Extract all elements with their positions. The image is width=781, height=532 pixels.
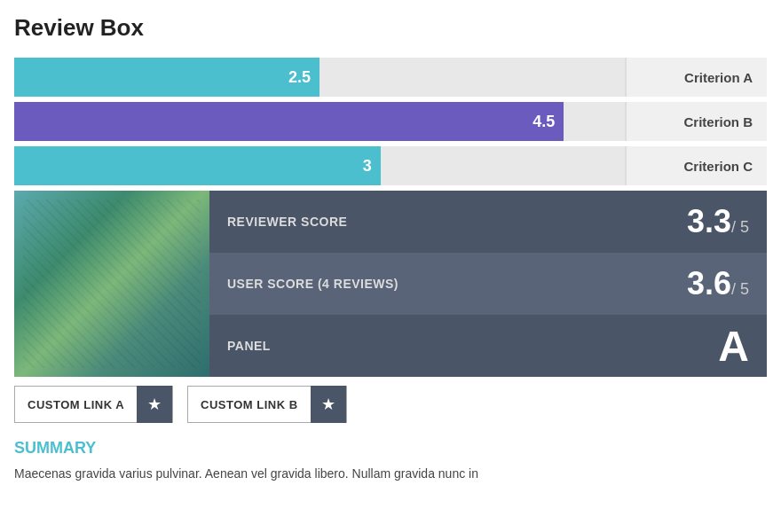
criterion-label: Criterion A [625, 58, 767, 97]
summary-text: Maecenas gravida varius pulvinar. Aenean… [14, 465, 767, 483]
panel-label: PANEL [227, 339, 271, 353]
bar-fill: 2.5 [14, 58, 320, 97]
review-image [14, 191, 209, 377]
reviewer-score-label: REVIEWER SCORE [227, 215, 347, 229]
criterion-row: 2.5Criterion A [14, 58, 767, 97]
bar-container: 3 [14, 146, 625, 185]
criterion-row: 3Criterion C [14, 146, 767, 185]
reviewer-score-row: REVIEWER SCORE 3.3/ 5 [209, 191, 767, 253]
user-score-value: 3.6/ 5 [687, 265, 749, 302]
bar-fill: 4.5 [14, 102, 564, 141]
scores-section: REVIEWER SCORE 3.3/ 5 USER SCORE (4 revi… [14, 191, 767, 377]
criterion-label: Criterion B [625, 102, 767, 141]
bar-container: 2.5 [14, 58, 625, 97]
star-icon: ★ [137, 386, 172, 423]
criterion-row: 4.5Criterion B [14, 102, 767, 141]
user-score-label: USER SCORE (4 reviews) [227, 277, 398, 291]
panel-grade: A [718, 322, 749, 371]
custom-link-text: CUSTOM LINK B [188, 398, 311, 411]
criteria-section: 2.5Criterion A4.5Criterion B3Criterion C [14, 58, 767, 185]
panel-row: PANEL A [209, 315, 767, 377]
custom-link-button-1[interactable]: CUSTOM LINK B★ [187, 386, 347, 423]
user-score-row: USER SCORE (4 reviews) 3.6/ 5 [209, 253, 767, 315]
custom-link-button-0[interactable]: CUSTOM LINK A★ [14, 386, 173, 423]
star-icon: ★ [311, 386, 346, 423]
scores-panels: REVIEWER SCORE 3.3/ 5 USER SCORE (4 revi… [209, 191, 767, 377]
summary-section: SUMMARY Maecenas gravida varius pulvinar… [14, 439, 767, 483]
reviewer-score-value: 3.3/ 5 [687, 203, 749, 240]
custom-link-text: CUSTOM LINK A [15, 398, 137, 411]
criterion-label: Criterion C [625, 146, 767, 185]
bar-fill: 3 [14, 146, 381, 185]
bar-container: 4.5 [14, 102, 625, 141]
links-section: CUSTOM LINK A★CUSTOM LINK B★ [14, 386, 767, 423]
image-placeholder [14, 191, 209, 377]
summary-title: SUMMARY [14, 439, 767, 458]
page-title: Review Box [14, 14, 767, 42]
